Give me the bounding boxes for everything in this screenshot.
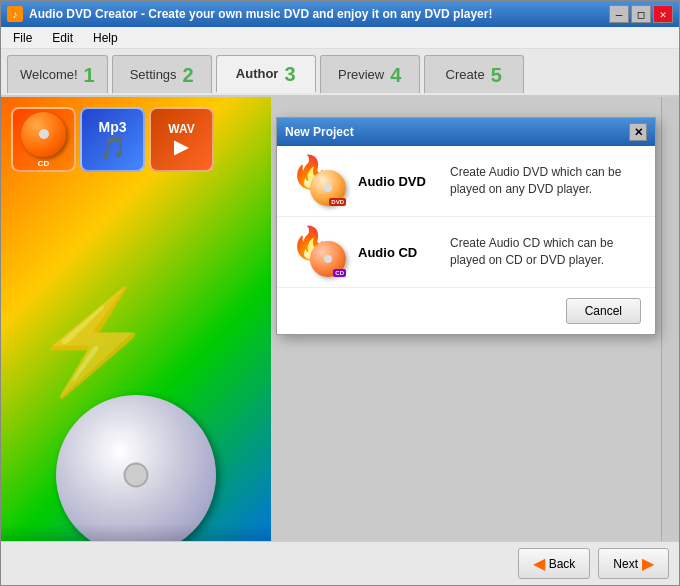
menu-edit[interactable]: Edit: [44, 29, 81, 47]
tab-welcome-label: Welcome!: [20, 67, 78, 82]
back-label: Back: [549, 557, 576, 571]
audio-dvd-icon: 🔥 DVD: [291, 156, 346, 206]
banner-background: ⚡ CD Mp3 🎵: [1, 97, 271, 585]
tab-author[interactable]: Author 3: [216, 55, 316, 93]
next-button[interactable]: Next ▶: [598, 548, 669, 579]
title-controls: — □ ✕: [609, 5, 673, 23]
tab-preview-label: Preview: [338, 67, 384, 82]
next-arrow-icon: ▶: [642, 554, 654, 573]
tab-welcome[interactable]: Welcome! 1: [7, 55, 108, 93]
audio-dvd-title: Audio DVD: [358, 174, 438, 189]
back-arrow-icon: ◀: [533, 554, 545, 573]
window-title: Audio DVD Creator - Create your own musi…: [29, 7, 492, 21]
mp3-banner-icon: Mp3 🎵: [80, 107, 145, 172]
menu-help[interactable]: Help: [85, 29, 126, 47]
disc-hole: [124, 463, 149, 488]
title-bar: ♪ Audio DVD Creator - Create your own mu…: [1, 1, 679, 27]
tab-author-number: 3: [284, 64, 295, 84]
audio-cd-icon: 🔥 CD: [291, 227, 346, 277]
title-bar-left: ♪ Audio DVD Creator - Create your own mu…: [7, 6, 492, 22]
tab-settings-label: Settings: [130, 67, 177, 82]
new-project-dialog: New Project ✕ 🔥 DVD: [276, 117, 656, 335]
tab-settings-number: 2: [183, 65, 194, 85]
cd-banner-icon: CD: [11, 107, 76, 172]
modal-body: 🔥 DVD Audio DVD Create Audio DVD which c…: [277, 146, 655, 288]
audio-dvd-description: Create Audio DVD which can be played on …: [450, 164, 641, 198]
tab-author-label: Author: [236, 66, 279, 81]
modal-close-button[interactable]: ✕: [629, 123, 647, 141]
tab-bar: Welcome! 1 Settings 2 Author 3 Preview 4…: [1, 49, 679, 97]
tab-preview[interactable]: Preview 4: [320, 55, 420, 93]
restore-button[interactable]: □: [631, 5, 651, 23]
audio-cd-option[interactable]: 🔥 CD Audio CD Create Audio CD which can …: [277, 217, 655, 288]
app-icon: ♪: [7, 6, 23, 22]
audio-cd-title: Audio CD: [358, 245, 438, 260]
audio-cd-description: Create Audio CD which can be played on C…: [450, 235, 641, 269]
lightning-icon: ⚡: [31, 291, 156, 391]
modal-header: New Project ✕: [277, 118, 655, 146]
cancel-button[interactable]: Cancel: [566, 298, 641, 324]
close-button[interactable]: ✕: [653, 5, 673, 23]
next-label: Next: [613, 557, 638, 571]
wav-banner-icon: WAV ▶: [149, 107, 214, 172]
modal-overlay: New Project ✕ 🔥 DVD: [271, 97, 661, 541]
banner: ⚡ CD Mp3 🎵: [1, 97, 271, 585]
tab-create[interactable]: Create 5: [424, 55, 524, 93]
back-button[interactable]: ◀ Back: [518, 548, 591, 579]
minimize-button[interactable]: —: [609, 5, 629, 23]
menu-bar: File Edit Help: [1, 27, 679, 49]
tab-create-number: 5: [491, 65, 502, 85]
scrollbar[interactable]: [661, 97, 679, 545]
tab-create-label: Create: [446, 67, 485, 82]
banner-icons: CD Mp3 🎵 WAV ▶: [1, 97, 271, 182]
modal-footer: Cancel: [277, 288, 655, 334]
tab-preview-number: 4: [390, 65, 401, 85]
tab-settings[interactable]: Settings 2: [112, 55, 212, 93]
tab-welcome-number: 1: [84, 65, 95, 85]
audio-dvd-option[interactable]: 🔥 DVD Audio DVD Create Audio DVD which c…: [277, 146, 655, 217]
menu-file[interactable]: File: [5, 29, 40, 47]
main-window: ♪ Audio DVD Creator - Create your own mu…: [0, 0, 680, 586]
main-content: ⚡ CD Mp3 🎵: [1, 97, 679, 585]
bottom-bar: ◀ Back Next ▶: [1, 541, 679, 585]
modal-title: New Project: [285, 125, 354, 139]
